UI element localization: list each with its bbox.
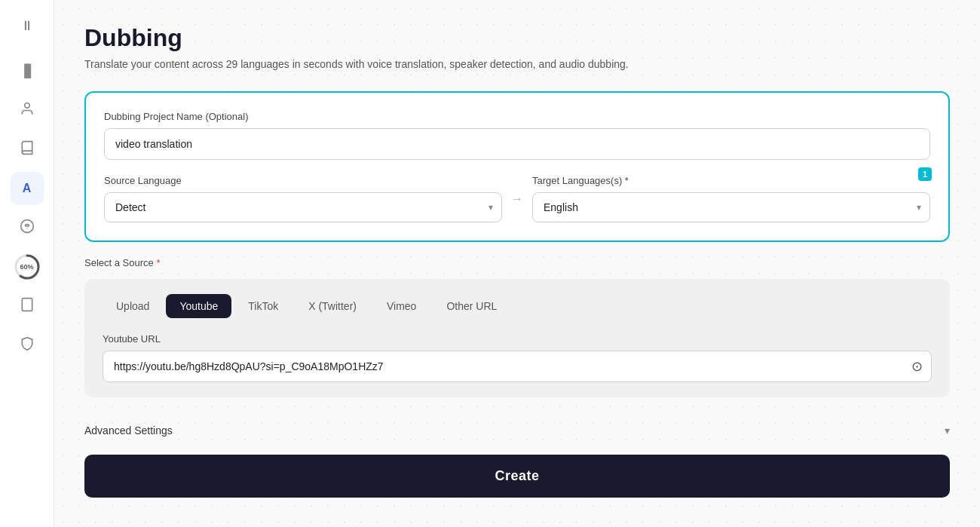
- tab-upload[interactable]: Upload: [103, 294, 163, 318]
- source-language-select-wrapper: Detect English Spanish French German Chi…: [104, 192, 502, 222]
- project-name-input[interactable]: [104, 128, 930, 160]
- source-language-label: Source Language: [104, 175, 502, 186]
- source-label-text: Select a Source: [84, 257, 154, 268]
- tablet-icon: [20, 297, 35, 316]
- source-language-group: Source Language Detect English Spanish F…: [104, 175, 502, 222]
- translate-icon: A: [23, 182, 32, 195]
- target-language-badge: 1: [918, 167, 932, 181]
- advanced-settings-row[interactable]: Advanced Settings ▾: [84, 412, 950, 440]
- source-language-select[interactable]: Detect English Spanish French German Chi…: [104, 192, 502, 222]
- advanced-settings-label: Advanced Settings: [84, 424, 173, 437]
- advanced-settings-chevron-icon: ▾: [945, 424, 950, 437]
- tab-youtube[interactable]: Youtube: [166, 294, 231, 318]
- create-button[interactable]: Create: [84, 455, 950, 498]
- target-language-group: Target Languages(s) * 1 English Spanish …: [532, 175, 930, 222]
- users-icon: [20, 101, 35, 120]
- source-tabs: Upload Youtube TikTok X (Twitter) Vimeo …: [103, 294, 932, 318]
- page-title: Dubbing: [84, 24, 950, 52]
- page-subtitle: Translate your content across 29 languag…: [84, 58, 950, 70]
- main-content: Dubbing Translate your content across 29…: [54, 0, 980, 527]
- arrow-right-icon: →: [511, 192, 523, 206]
- source-required-marker: *: [154, 257, 161, 268]
- sidebar-item-billing[interactable]: [11, 211, 44, 244]
- shield-icon: [20, 336, 35, 355]
- target-language-select[interactable]: English Spanish French German Chinese Ja…: [532, 192, 930, 222]
- source-section-label: Select a Source *: [84, 257, 950, 268]
- sidebar: ⏸ ▐▌ A: [0, 0, 54, 527]
- book-icon: [20, 140, 35, 159]
- url-label: Youtube URL: [103, 333, 932, 345]
- sidebar-item-progress: 60%: [11, 250, 44, 283]
- tab-twitter[interactable]: X (Twitter): [295, 294, 370, 318]
- url-input-wrapper: ⊙: [103, 351, 932, 382]
- sidebar-item-pause[interactable]: ⏸: [11, 9, 44, 42]
- sidebar-item-tablet[interactable]: [11, 290, 44, 323]
- sidebar-item-book[interactable]: [11, 133, 44, 166]
- analytics-icon: ▐▌: [20, 64, 34, 78]
- sidebar-item-translate[interactable]: A: [11, 172, 44, 205]
- target-language-select-wrapper: English Spanish French German Chinese Ja…: [532, 192, 930, 222]
- tab-tiktok[interactable]: TikTok: [234, 294, 292, 318]
- tab-other-url[interactable]: Other URL: [433, 294, 510, 318]
- progress-circle: 60%: [13, 253, 41, 281]
- pause-icon: ⏸: [20, 18, 34, 34]
- youtube-url-input[interactable]: [103, 351, 932, 382]
- project-card: Dubbing Project Name (Optional) Source L…: [84, 91, 950, 242]
- language-row: Source Language Detect English Spanish F…: [104, 175, 930, 222]
- sidebar-item-users[interactable]: [11, 93, 44, 127]
- dollar-icon: [20, 219, 35, 237]
- target-language-label: Target Languages(s) *: [532, 175, 930, 186]
- tab-vimeo[interactable]: Vimeo: [373, 294, 430, 318]
- source-card: Upload Youtube TikTok X (Twitter) Vimeo …: [84, 279, 950, 397]
- sidebar-item-shield[interactable]: [11, 329, 44, 362]
- svg-point-0: [24, 103, 29, 108]
- project-name-label: Dubbing Project Name (Optional): [104, 111, 930, 122]
- sidebar-item-analytics[interactable]: ▐▌: [11, 54, 44, 87]
- svg-rect-4: [22, 298, 32, 311]
